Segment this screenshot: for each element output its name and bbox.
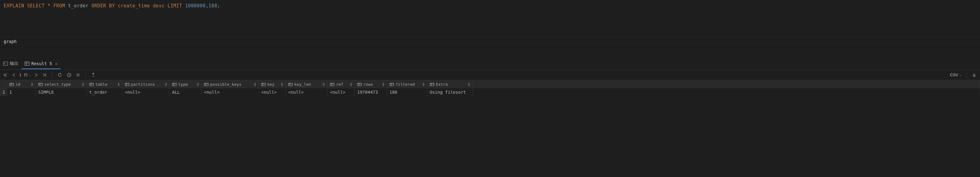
column-label: rows xyxy=(364,82,373,87)
cell-key[interactable]: <null> xyxy=(259,88,286,96)
cell-select_type[interactable]: SIMPLE xyxy=(36,88,87,96)
close-icon[interactable]: ✕ xyxy=(55,61,57,66)
cell-partitions[interactable]: <null> xyxy=(122,88,169,96)
tab-输出[interactable]: 输出 xyxy=(0,58,21,69)
export-csv-button[interactable]: CSV ⌄ xyxy=(950,73,962,77)
column-icon xyxy=(261,83,266,86)
column-filler xyxy=(473,80,980,88)
sort-icon[interactable]: ▲▼ xyxy=(82,82,84,86)
column-label: possible_keys xyxy=(210,82,242,87)
column-header-type[interactable]: type▲▼ xyxy=(169,80,201,88)
cell-Extra[interactable]: Using filesort xyxy=(427,88,473,96)
sort-icon[interactable]: ▲▼ xyxy=(31,82,33,86)
column-header-filtered[interactable]: filtered▲▼ xyxy=(387,80,427,88)
column-header-partitions[interactable]: partitions▲▼ xyxy=(122,80,169,88)
column-icon xyxy=(89,83,94,86)
cell-table[interactable]: t_order xyxy=(87,88,122,96)
svg-rect-6 xyxy=(89,83,93,86)
next-page-button[interactable] xyxy=(33,72,39,78)
svg-rect-3 xyxy=(76,73,80,77)
column-icon xyxy=(390,83,394,86)
column-icon xyxy=(172,83,177,86)
first-page-button[interactable] xyxy=(2,72,9,78)
cell-rows[interactable]: 19704473 xyxy=(355,88,387,96)
column-label: key xyxy=(267,82,274,87)
column-icon xyxy=(288,83,293,86)
download-button[interactable] xyxy=(971,72,978,78)
column-header-select_type[interactable]: select_type▲▼ xyxy=(36,80,87,88)
svg-rect-13 xyxy=(357,83,361,86)
result-table: id▲▼select_type▲▼table▲▼partitions▲▼type… xyxy=(0,80,980,96)
tab-label: Result 5 xyxy=(31,61,52,66)
svg-rect-7 xyxy=(125,83,129,86)
column-label: ref xyxy=(336,82,343,87)
tab-label: 输出 xyxy=(10,61,18,66)
cell-key_len[interactable]: <null> xyxy=(286,88,327,96)
pin-button[interactable] xyxy=(90,72,97,78)
svg-rect-8 xyxy=(172,83,176,86)
svg-rect-9 xyxy=(204,83,208,86)
prev-page-button[interactable] xyxy=(11,72,17,78)
column-header-Extra[interactable]: Extra▲▼ xyxy=(427,80,473,88)
sort-icon[interactable]: ▲▼ xyxy=(197,82,199,86)
sort-icon[interactable]: ▲▼ xyxy=(281,82,283,86)
chevron-down-icon: ⌄ xyxy=(29,73,31,77)
svg-rect-1 xyxy=(25,62,29,65)
sort-icon[interactable]: ▲▼ xyxy=(254,82,256,86)
sort-icon[interactable]: ▲▼ xyxy=(323,82,325,86)
cell-id[interactable]: 1 xyxy=(7,88,36,96)
sql-statement: EXPLAIN SELECT * FROM t_order ORDER BY c… xyxy=(4,3,220,9)
export-label: CSV xyxy=(950,73,958,77)
svg-rect-4 xyxy=(10,83,14,86)
column-label: partitions xyxy=(131,82,155,87)
refresh-button[interactable] xyxy=(56,72,63,78)
table-row[interactable]: 11SIMPLEt_order<null>ALL<null><null><nul… xyxy=(0,88,980,96)
column-header-key[interactable]: key▲▼ xyxy=(259,80,286,88)
sort-icon[interactable]: ▲▼ xyxy=(382,82,384,86)
column-label: type xyxy=(178,82,188,87)
sql-editor[interactable]: EXPLAIN SELECT * FROM t_order ORDER BY c… xyxy=(0,0,980,37)
cell-type[interactable]: ALL xyxy=(169,88,201,96)
sort-icon[interactable]: ▲▼ xyxy=(165,82,167,86)
svg-rect-15 xyxy=(430,83,434,86)
graph-label: graph xyxy=(0,37,980,46)
column-label: table xyxy=(95,82,107,87)
cell-possible_keys[interactable]: <null> xyxy=(201,88,259,96)
separator xyxy=(52,72,52,78)
results-toolbar: 1 行 ⌄ CSV ⌄ xyxy=(0,70,980,80)
column-header-id[interactable]: id▲▼ xyxy=(7,80,36,88)
row-number: 1 xyxy=(0,88,7,96)
column-icon xyxy=(10,83,14,86)
sort-icon[interactable]: ▲▼ xyxy=(422,82,424,86)
column-icon xyxy=(125,83,129,86)
column-label: filtered xyxy=(396,82,415,87)
column-header-ref[interactable]: ref▲▼ xyxy=(327,80,355,88)
row-count-label: 1 行 xyxy=(19,72,28,78)
column-icon xyxy=(430,83,434,86)
tab-result-5[interactable]: Result 5✕ xyxy=(21,59,60,69)
column-label: select_type xyxy=(45,82,71,87)
column-label: Extra xyxy=(436,82,448,87)
column-header-rows[interactable]: rows▲▼ xyxy=(355,80,387,88)
cell-filler xyxy=(473,88,980,96)
auto-refresh-button[interactable] xyxy=(66,72,72,78)
column-header-key_len[interactable]: key_len▲▼ xyxy=(286,80,327,88)
stop-button[interactable] xyxy=(75,72,81,78)
sort-icon[interactable]: ▲▼ xyxy=(350,82,352,86)
row-count[interactable]: 1 行 ⌄ xyxy=(19,72,31,78)
table-icon xyxy=(25,61,29,66)
separator xyxy=(85,72,86,78)
row-number-header xyxy=(0,80,7,88)
svg-rect-11 xyxy=(288,83,292,86)
sort-icon[interactable]: ▲▼ xyxy=(118,82,119,86)
cell-ref[interactable]: <null> xyxy=(327,88,355,96)
column-header-table[interactable]: table▲▼ xyxy=(87,80,122,88)
sort-icon[interactable]: ▲▼ xyxy=(468,82,470,86)
output-icon xyxy=(3,61,8,66)
column-label: key_len xyxy=(294,82,311,87)
svg-rect-10 xyxy=(261,83,265,86)
column-icon xyxy=(38,83,43,86)
last-page-button[interactable] xyxy=(41,72,48,78)
column-header-possible_keys[interactable]: possible_keys▲▼ xyxy=(201,80,259,88)
cell-filtered[interactable]: 100 xyxy=(387,88,427,96)
